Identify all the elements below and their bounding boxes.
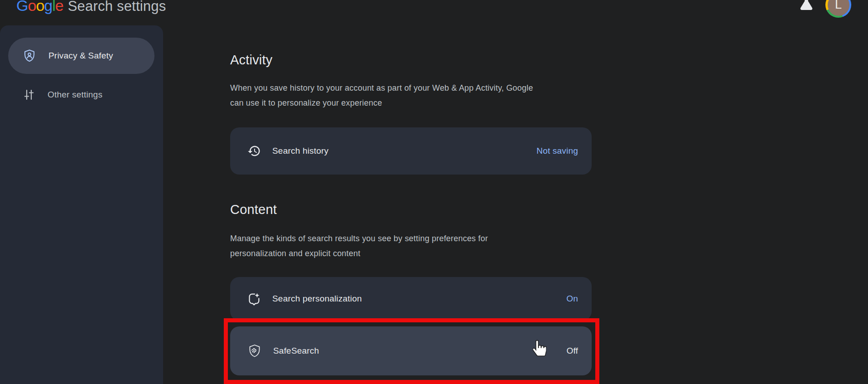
description-line: can use it to personalize your experienc…: [230, 96, 533, 111]
description-line: Manage the kinds of search results you s…: [230, 231, 488, 246]
description-line: When you save history to your account as…: [230, 81, 533, 96]
sidebar-item-other-settings[interactable]: Other settings: [8, 81, 154, 109]
row-label: Search personalization: [272, 294, 555, 304]
sidebar-item-label: Privacy & Safety: [48, 51, 113, 61]
logo-letter: o: [36, 0, 44, 15]
safesearch-row[interactable]: SafeSearch Off: [230, 326, 592, 375]
logo-letter: g: [44, 0, 52, 15]
shield-person-icon: [23, 49, 36, 63]
brand[interactable]: GoogleSearch settings: [16, 0, 166, 15]
main-content: Activity When you save history to your a…: [230, 25, 593, 384]
labs-flask-icon[interactable]: [799, 0, 814, 14]
avatar[interactable]: L: [825, 0, 851, 18]
status-value: On: [566, 294, 578, 304]
logo-letter: e: [55, 0, 63, 15]
search-settings-page: GoogleSearch settings L Privacy & Safety: [0, 0, 868, 384]
section-description-content: Manage the kinds of search results you s…: [230, 231, 488, 261]
section-heading-content: Content: [230, 202, 277, 217]
section-heading-activity: Activity: [230, 53, 272, 68]
google-logo: Google: [16, 0, 63, 14]
logo-letter: o: [28, 0, 36, 15]
row-label: SafeSearch: [273, 346, 555, 356]
sliders-icon: [23, 88, 35, 101]
sparkle-frame-icon: [247, 292, 261, 306]
search-history-row[interactable]: Search history Not saving: [230, 127, 592, 175]
status-value: Not saving: [536, 146, 578, 156]
row-label: Search history: [272, 146, 525, 156]
logo-letter: G: [16, 0, 28, 15]
description-line: personalization and explicit content: [230, 246, 488, 261]
status-value: Off: [566, 346, 578, 356]
avatar-initial: L: [828, 0, 849, 16]
sidebar-item-privacy-safety[interactable]: Privacy & Safety: [8, 38, 154, 74]
safesearch-shield-icon: [247, 344, 262, 358]
sidebar: Privacy & Safety Other settings: [0, 25, 163, 384]
sidebar-item-label: Other settings: [48, 90, 102, 100]
page-title: Search settings: [68, 0, 166, 14]
header: GoogleSearch settings L: [0, 0, 868, 25]
search-personalization-row[interactable]: Search personalization On: [230, 277, 592, 321]
history-icon: [247, 144, 261, 158]
section-description-activity: When you save history to your account as…: [230, 81, 533, 111]
